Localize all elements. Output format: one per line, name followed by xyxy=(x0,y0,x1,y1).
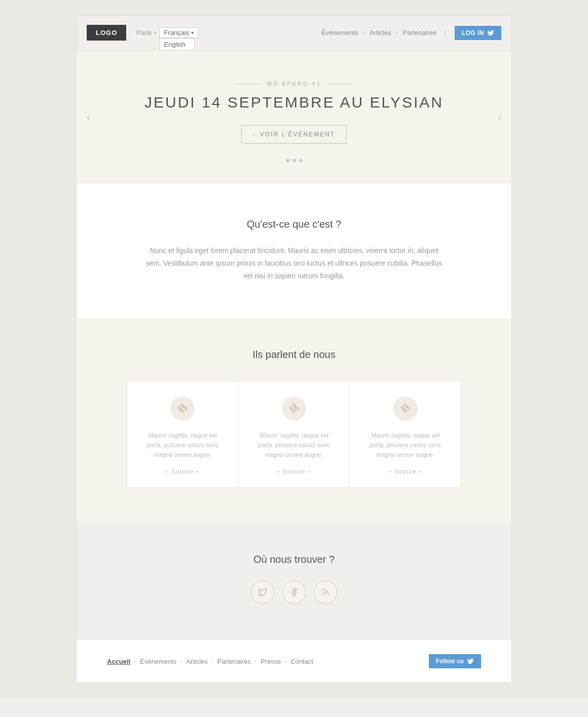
press-source-label-3: Source xyxy=(394,468,417,475)
link-icon-3: ⛓ xyxy=(398,402,413,416)
hero-cta-arrow: › xyxy=(253,131,256,138)
press-icon-circle-1: ⛓ xyxy=(170,397,195,421)
find-section: Où nous trouver ? xyxy=(77,523,511,639)
carousel-dot-2[interactable] xyxy=(292,159,296,162)
nav-articles[interactable]: Articles xyxy=(370,29,391,37)
carousel-dot-1[interactable] xyxy=(286,159,289,162)
language-current-label: Français xyxy=(164,29,189,37)
logo[interactable]: LOGO xyxy=(87,25,126,41)
press-source-prefix-1: – xyxy=(165,468,169,475)
login-button[interactable]: LOG IN xyxy=(455,26,501,40)
main-nav: Événements • Articles • Partenaires | LO… xyxy=(321,26,501,40)
hero-section: ‹ WD APERO #1 JEUDI 14 SEPTEMBRE AU ELYS… xyxy=(77,50,511,183)
press-source-prefix-2: – xyxy=(277,468,281,475)
nav-dot-1: • xyxy=(363,30,364,35)
press-source-label-2: Source xyxy=(283,468,305,475)
press-card-3: ⛓ Mauris sagittis, neque vel porta, posu… xyxy=(350,381,461,488)
carousel-dot-3[interactable] xyxy=(299,159,303,162)
press-source-prefix-3: – xyxy=(388,468,392,475)
carousel-next-button[interactable]: › xyxy=(498,111,501,122)
press-icon-circle-3: ⛓ xyxy=(393,397,418,421)
twitter-icon-follow xyxy=(467,658,474,665)
hero-inner: ‹ WD APERO #1 JEUDI 14 SEPTEMBRE AU ELYS… xyxy=(77,50,511,183)
press-source-label-1: Source xyxy=(171,468,194,475)
link-icon-2: ⛓ xyxy=(287,402,301,416)
follow-label: Follow us xyxy=(436,658,464,665)
footer-nav-contact[interactable]: Contact xyxy=(290,658,313,665)
press-source-suffix-2: – xyxy=(307,468,311,475)
login-label: LOG IN xyxy=(462,29,484,37)
facebook-icon xyxy=(289,588,299,597)
about-body: Nunc et ligula eget lorem placerat tinci… xyxy=(142,244,446,283)
social-icons xyxy=(87,581,501,604)
about-title: Qu'est-ce que c'est ? xyxy=(87,219,501,230)
footer-nav-articles[interactable]: Articles xyxy=(186,658,208,665)
facebook-social-button[interactable] xyxy=(282,581,306,604)
press-source-2: – Source – xyxy=(254,468,335,475)
nav-evenements[interactable]: Événements xyxy=(321,29,358,37)
press-card-2: ⛓ Mauris sagittis, neque vel porta, posu… xyxy=(239,381,350,488)
hero-title: JEUDI 14 SEPTEMBRE AU ELYSIAN xyxy=(117,94,471,111)
nav-dot-2: • xyxy=(396,30,398,35)
press-quote-1: Mauris sagittis, neque vel porta, posuer… xyxy=(142,431,223,460)
footer-dot-1: • xyxy=(134,659,136,664)
about-section: Qu'est-ce que c'est ? Nunc et ligula ege… xyxy=(77,183,511,318)
press-title: Ils parlent de nous xyxy=(87,349,501,361)
press-section: Ils parlent de nous ⛓ Mauris sagittis, n… xyxy=(77,318,511,524)
footer: Accueil • Événements • Articles • Parten… xyxy=(77,639,511,683)
carousel-dots xyxy=(117,159,471,162)
footer-nav-partenaires[interactable]: Partenaires xyxy=(217,658,251,665)
page-wrapper: LOGO Paris • Français ▾ English Événemen… xyxy=(0,0,588,698)
main-card: LOGO Paris • Français ▾ English Événemen… xyxy=(76,15,512,683)
press-source-suffix-3: – xyxy=(419,468,423,475)
find-title: Où nous trouver ? xyxy=(87,554,501,565)
svg-point-0 xyxy=(322,595,323,596)
footer-dot-4: • xyxy=(255,659,256,664)
hero-cta-button[interactable]: › VOIR L'ÉVÉNEMENT xyxy=(241,125,347,144)
location-dot: • xyxy=(155,30,157,35)
follow-button[interactable]: Follow us xyxy=(429,654,481,668)
link-icon-1: ⛓ xyxy=(176,402,190,416)
location-label: Paris xyxy=(136,29,152,37)
press-card-1: ⛓ Mauris sagittis, neque vel porta, posu… xyxy=(127,381,239,488)
language-selector[interactable]: Français ▾ English xyxy=(159,27,198,38)
language-option-english[interactable]: English xyxy=(164,41,186,48)
twitter-icon-login xyxy=(487,29,494,37)
hero-subtitle: WD APERO #1 xyxy=(117,81,471,87)
language-dropdown[interactable]: English xyxy=(159,38,195,51)
footer-dot-2: • xyxy=(180,659,182,664)
header-inner: LOGO Paris • Français ▾ English Événemen… xyxy=(77,16,511,50)
press-icon-circle-2: ⛓ xyxy=(282,397,306,421)
press-source-3: – Source – xyxy=(365,468,446,475)
language-current[interactable]: Français ▾ xyxy=(159,27,198,38)
footer-dot-5: • xyxy=(285,659,286,664)
hero-cta-label: VOIR L'ÉVÉNEMENT xyxy=(260,131,335,138)
chevron-down-icon: ▾ xyxy=(191,30,194,35)
footer-dot-3: • xyxy=(212,659,213,664)
press-source-suffix-1: – xyxy=(196,468,200,475)
rss-social-button[interactable] xyxy=(314,581,337,604)
nav-partenaires[interactable]: Partenaires xyxy=(403,29,436,37)
footer-nav-evenements[interactable]: Événements xyxy=(140,658,176,665)
press-grid: ⛓ Mauris sagittis, neque vel porta, posu… xyxy=(127,381,461,488)
footer-nav-accueil[interactable]: Accueil xyxy=(107,658,130,665)
header: LOGO Paris • Français ▾ English Événemen… xyxy=(77,16,511,50)
carousel-prev-button[interactable]: ‹ xyxy=(87,111,90,122)
twitter-social-button[interactable] xyxy=(251,581,274,604)
footer-nav: Accueil • Événements • Articles • Parten… xyxy=(107,658,313,665)
press-source-1: – Source – xyxy=(142,468,223,475)
press-quote-2: Mauris sagittis, neque vel porta, posuer… xyxy=(254,431,335,460)
rss-icon xyxy=(321,588,330,597)
press-quote-3: Mauris sagittis, neque vel porta, posuer… xyxy=(365,431,446,460)
twitter-icon xyxy=(258,588,267,597)
nav-divider: | xyxy=(445,29,447,37)
footer-nav-presse[interactable]: Presse xyxy=(261,658,281,665)
